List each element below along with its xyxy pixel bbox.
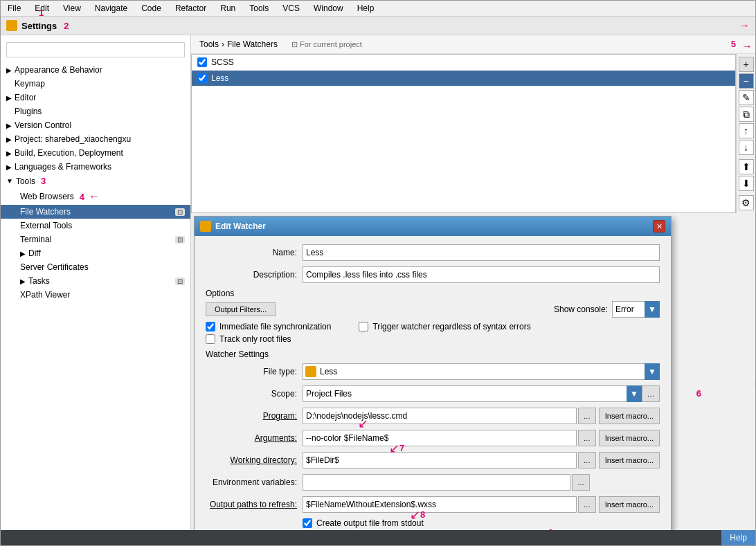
dialog-title-text: Edit Watcher [215,221,266,231]
menu-help[interactable]: Help [353,2,379,15]
checkboxes-row: Immediate file synchronization Trigger w… [206,322,660,331]
name-row: Name: [206,244,660,261]
sidebar-item-version-control[interactable]: ▶ Version Control [1,118,190,132]
sidebar-item-project[interactable]: ▶ Project: sharebed_xiaochengxu [1,132,190,146]
name-input[interactable] [303,244,660,261]
expand-arrow-icon: ▶ [20,250,26,257]
edit-watcher-area: Edit Watcher ✕ Name: Description: [191,213,755,544]
program-insert-macro-btn[interactable]: Insert macro... [599,408,660,424]
trigger-watcher-label: Trigger watcher regardless of syntax err… [372,322,530,331]
tasks-badge: ⊡ [175,277,185,285]
menu-view[interactable]: View [59,2,85,15]
create-output-label: Create output file from stdout [316,518,424,528]
program-label: Program: [206,411,303,421]
menu-refactor[interactable]: Refactor [171,2,210,15]
sidebar-item-xpath[interactable]: XPath Viewer [1,288,190,302]
trigger-watcher-row: Trigger watcher regardless of syntax err… [359,322,530,331]
sidebar-item-file-watchers[interactable]: File Watchers ⊡ [1,205,190,219]
menu-tools[interactable]: Tools [245,2,273,15]
output-paths-browse-btn[interactable]: … [578,496,596,513]
create-output-checkbox[interactable] [303,518,312,528]
immediate-sync-label: Immediate file synchronization [219,322,331,331]
settings-title: Settings [21,21,57,31]
output-filters-btn[interactable]: Output Filters... [206,302,276,316]
sidebar-item-languages[interactable]: ▶ Languages & Frameworks [1,160,190,174]
sidebar-item-diff[interactable]: ▶ Diff [1,246,190,260]
env-vars-input[interactable] [303,474,570,491]
sidebar-item-keymap[interactable]: Keymap [1,77,190,91]
working-dir-browse-btn[interactable]: … [578,452,596,468]
annotation-2: 2 [64,21,69,31]
file-type-select[interactable]: Less [303,363,660,380]
menu-window[interactable]: Window [309,2,348,15]
less-label: Less [211,73,228,83]
add-watcher-btn[interactable]: + [739,57,754,72]
sidebar-item-appearance[interactable]: ▶ Appearance & Behavior [1,63,190,77]
sidebar-item-terminal[interactable]: Terminal ⊡ [1,233,190,246]
move-up-btn[interactable]: ↑ [739,123,754,138]
expand-arrow-icon: ▶ [6,94,12,102]
working-dir-insert-macro-btn[interactable]: Insert macro... [599,452,660,468]
dialog-close-btn[interactable]: ✕ [653,220,665,233]
content-area: Tools › File Watchers ⊡ For current proj… [191,35,755,544]
collapse-arrow-icon: ▼ [6,177,13,185]
search-input[interactable] [6,42,185,57]
sidebar-item-label: Diff [28,248,41,258]
edit-watcher-btn[interactable]: ✎ [739,90,754,105]
search-box[interactable] [6,42,185,57]
program-browse-btn[interactable]: … [578,408,596,424]
arguments-input[interactable] [303,430,577,446]
copy-watcher-btn[interactable]: ⧉ [739,107,754,122]
sidebar-item-plugins[interactable]: Plugins [1,104,190,118]
sidebar-item-web-browsers[interactable]: Web Browsers 4 ← [1,188,190,205]
annotation-4: 4 [80,192,84,202]
description-label: Description: [206,270,303,280]
track-root-checkbox[interactable] [206,334,215,344]
scope-dropdown[interactable]: Project Files ▼ … [303,385,660,402]
scope-select[interactable]: Project Files [303,385,640,402]
help-bottom-btn[interactable]: Help [721,530,755,545]
output-paths-insert-macro-btn[interactable]: Insert macro... [599,496,660,513]
trigger-watcher-checkbox[interactable] [359,322,368,331]
sidebar-item-server-certs[interactable]: Server Certificates [1,260,190,274]
dialog-titlebar: Edit Watcher ✕ [195,217,671,236]
output-paths-input[interactable] [303,496,577,513]
import-btn[interactable]: ⬆ [739,159,754,174]
menu-code[interactable]: Code [137,2,165,15]
show-console-select[interactable]: Error Always Never [612,301,660,318]
settings-btn[interactable]: ⚙ [739,195,754,210]
arguments-label: Arguments: [206,433,303,443]
menu-navigate[interactable]: Navigate [91,2,132,15]
arguments-insert-macro-btn[interactable]: Insert macro... [599,430,660,446]
sidebar-item-label: Version Control [15,120,71,130]
env-vars-browse-btn[interactable]: … [572,474,590,491]
sidebar-item-tasks[interactable]: ▶ Tasks ⊡ [1,274,190,288]
working-dir-input[interactable] [303,452,577,468]
sidebar-item-tools[interactable]: ▼ Tools 3 [1,174,190,188]
remove-watcher-btn[interactable]: − [739,73,754,89]
move-down-btn[interactable]: ↓ [739,140,754,155]
arrow-7: ↙ [389,441,399,456]
sidebar-item-build[interactable]: ▶ Build, Execution, Deployment [1,146,190,160]
terminal-badge: ⊡ [175,236,185,244]
statusbar: Help [1,530,755,545]
immediate-sync-checkbox[interactable] [206,322,215,331]
less-checkbox[interactable] [197,73,207,83]
options-section: Options Output Filters... Show console: … [206,289,660,344]
file-type-dropdown[interactable]: Less ▼ [303,363,660,380]
sidebar-item-external-tools[interactable]: External Tools [1,219,190,233]
show-console-dropdown[interactable]: Error Always Never ▼ [612,301,660,318]
dialog-icon [200,221,211,232]
description-input[interactable] [303,266,660,283]
scope-browse-btn[interactable]: … [642,385,660,402]
menu-file[interactable]: File [3,2,25,15]
scss-checkbox[interactable] [197,57,207,67]
program-input[interactable] [303,408,577,424]
arguments-browse-btn[interactable]: … [578,430,596,446]
menu-vcs[interactable]: VCS [278,2,304,15]
export-btn[interactable]: ⬇ [739,176,754,191]
sidebar-item-editor[interactable]: ▶ Editor [1,91,190,104]
dialog-title-left: Edit Watcher [200,221,266,232]
menu-run[interactable]: Run [216,2,240,15]
annotation-6: 6 [696,388,701,399]
